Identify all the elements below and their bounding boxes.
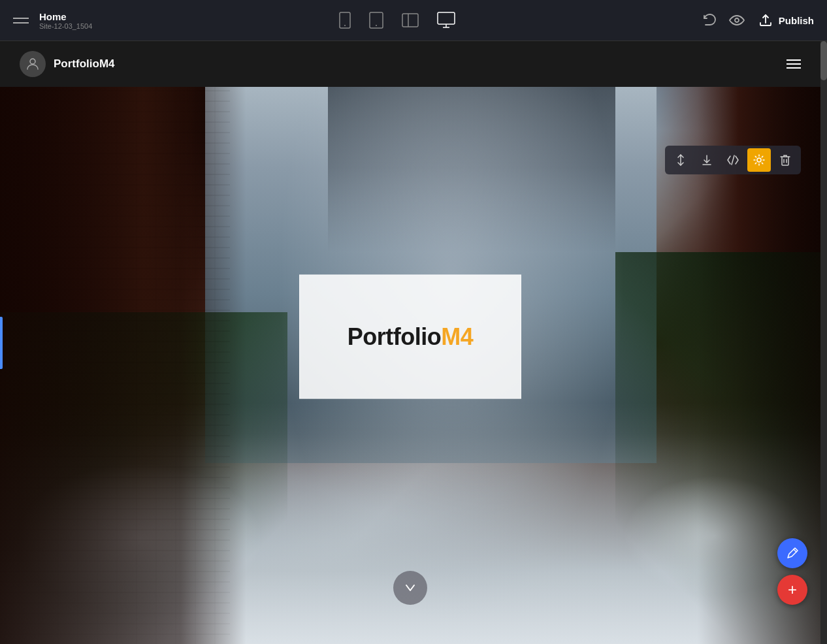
- block-download-button[interactable]: [695, 148, 719, 172]
- fab-add-button[interactable]: +: [777, 575, 807, 605]
- block-settings-button[interactable]: [747, 148, 771, 172]
- hero-logo-card[interactable]: PortfolioM4: [299, 274, 521, 398]
- scrollbar[interactable]: [820, 41, 827, 644]
- undo-button[interactable]: [702, 13, 716, 27]
- publish-button[interactable]: Publish: [758, 14, 814, 27]
- hero-logo-black: Portfolio: [348, 323, 441, 349]
- site-nav: PortfolioM4: [0, 41, 820, 87]
- site-logo-text: PortfolioM4: [54, 57, 115, 71]
- hero-logo-yellow: M4: [441, 323, 473, 349]
- scrollbar-thumb[interactable]: [820, 41, 827, 80]
- preview-wrapper: PortfolioM4: [0, 41, 827, 644]
- hero-logo-text: PortfolioM4: [348, 323, 474, 350]
- block-toolbar: [665, 146, 801, 174]
- preview-button[interactable]: [729, 13, 745, 27]
- top-bar-right: Publish: [702, 13, 814, 27]
- fab-add-icon: +: [788, 582, 797, 598]
- tablet-device-button[interactable]: [369, 12, 383, 29]
- page-title-block: Home Site-12-03_1504: [39, 11, 92, 30]
- desktop-device-button[interactable]: [437, 12, 455, 29]
- svg-line-13: [732, 155, 734, 165]
- scroll-down-button[interactable]: [393, 571, 427, 605]
- svg-point-9: [735, 18, 739, 22]
- fab-area: +: [777, 538, 807, 605]
- svg-rect-4: [402, 14, 418, 27]
- site-logo-circle: [20, 51, 46, 77]
- page-title: Home: [39, 11, 92, 22]
- block-move-button[interactable]: [669, 148, 692, 172]
- block-delete-button[interactable]: [773, 148, 797, 172]
- svg-point-14: [757, 158, 761, 162]
- site-nav-hamburger-icon[interactable]: [786, 59, 801, 69]
- site-frame: PortfolioM4: [0, 41, 820, 644]
- mobile-device-button[interactable]: [339, 12, 351, 29]
- site-id: Site-12-03_1504: [39, 22, 92, 30]
- top-bar: Home Site-12-03_1504: [0, 0, 827, 41]
- svg-rect-6: [438, 12, 455, 24]
- top-bar-left: Home Site-12-03_1504: [13, 11, 92, 30]
- svg-point-3: [376, 25, 377, 26]
- site-logo-area: PortfolioM4: [20, 51, 115, 77]
- left-edge-marker: [0, 317, 3, 369]
- split-view-button[interactable]: [402, 13, 419, 27]
- fab-pencil-button[interactable]: [777, 538, 807, 568]
- publish-label: Publish: [779, 15, 814, 26]
- svg-point-10: [30, 59, 35, 64]
- device-switcher: [339, 12, 455, 29]
- svg-point-1: [344, 25, 346, 26]
- hamburger-menu-icon[interactable]: [13, 18, 29, 24]
- block-code-button[interactable]: [721, 148, 745, 172]
- svg-line-17: [794, 549, 796, 552]
